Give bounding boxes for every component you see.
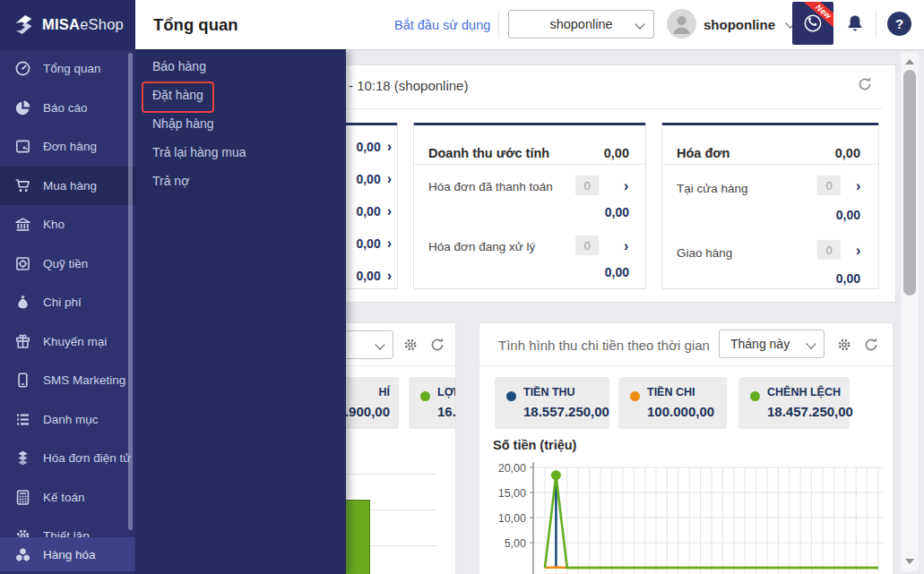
legend-value: 18.457.250,00 xyxy=(767,404,853,419)
count-badge[interactable]: 0 xyxy=(575,236,599,255)
sidebar-scrollbar[interactable] xyxy=(128,53,133,530)
help-button[interactable]: ? xyxy=(887,12,911,36)
scroll-down-arrow[interactable] xyxy=(905,559,914,564)
shop-selector[interactable]: shoponline xyxy=(508,10,654,39)
row-amount: 0,00 xyxy=(836,271,860,286)
submenu-item-bao-hang[interactable]: Báo hàng xyxy=(135,52,346,81)
row-label: Giao hàng xyxy=(677,246,732,260)
gear-icon[interactable] xyxy=(402,337,419,353)
line-chart: 20,0015,0010,005,00 xyxy=(488,459,887,574)
sidebar-item-label: Hàng hóa xyxy=(43,548,96,561)
summary-value: 0,00 xyxy=(356,204,380,218)
legend-label: HÍ xyxy=(379,386,391,398)
chevron-down-icon xyxy=(806,338,816,348)
legend-chip-loi-nhuan: LỢI N 16.4 xyxy=(409,377,456,429)
svg-text:20,00: 20,00 xyxy=(498,462,526,475)
sidebar-item-mua-hang[interactable]: Mua hàng xyxy=(0,167,135,206)
row-amount: 0,00 xyxy=(605,265,629,279)
legend-label: TIỀN THU xyxy=(523,386,575,398)
sidebar-item-kho[interactable]: Kho xyxy=(0,205,135,244)
sidebar-item-hoa-don-dien-tu[interactable]: Hóa đơn điện tử xyxy=(0,439,135,478)
chevron-right-icon[interactable] xyxy=(624,239,628,253)
legend-label: TIỀN CHI xyxy=(647,386,695,398)
sidebar-item-label: Kho xyxy=(43,218,65,231)
pie-chart-icon xyxy=(13,99,31,116)
count-badge[interactable]: 0 xyxy=(575,176,599,195)
summary-value: 0,00 xyxy=(356,269,380,283)
chevron-right-icon[interactable] xyxy=(856,179,860,193)
chevron-right-icon[interactable] xyxy=(624,179,628,193)
warehouse-icon xyxy=(13,216,31,233)
submenu-item-label: Nhập hàng xyxy=(152,116,214,131)
submenu-item-label: Báo hàng xyxy=(152,59,206,73)
sidebar-item-label: Hóa đơn điện tử xyxy=(43,451,131,465)
submenu-item-tra-no[interactable]: Trả nợ xyxy=(135,167,346,195)
main-scrollbar[interactable] xyxy=(901,52,919,571)
estimated-revenue-card: Doanh thu ước tính 0,00 Hóa đơn đã thanh… xyxy=(413,123,646,289)
submenu-item-label: Trả lại hàng mua xyxy=(152,145,246,159)
user-menu[interactable]: shoponline xyxy=(704,0,794,49)
sidebar-item-danh-muc[interactable]: Danh mục xyxy=(0,400,135,440)
row-label: Hóa đơn đang xử lý xyxy=(428,240,535,253)
period-value: Tháng này xyxy=(730,337,790,351)
invoice-card: Hóa đơn 0,00 Tại cửa hàng 0 0,00 Giao hà… xyxy=(661,123,879,289)
legend-value: .900,00 xyxy=(345,404,390,419)
logo-text-bold: MISA xyxy=(42,16,80,32)
e-invoice-icon xyxy=(13,450,31,467)
sidebar-item-label: Quỹ tiền xyxy=(43,257,88,270)
scroll-up-arrow[interactable] xyxy=(905,59,914,64)
sidebar-item-label: Kế toán xyxy=(43,491,85,504)
svg-text:15,00: 15,00 xyxy=(498,487,526,500)
submenu-item-nhap-hang[interactable]: Nhập hàng xyxy=(135,109,346,138)
mua-hang-submenu: Báo hàng Đặt hàng Nhập hàng Trả lại hàng… xyxy=(135,49,346,574)
timestamp-label: - 10:18 (shoponline) xyxy=(349,78,468,93)
logo-text-light: eShop xyxy=(80,16,124,32)
row-label: Tại cửa hàng xyxy=(677,182,748,195)
chevron-down-icon xyxy=(635,19,644,29)
refresh-icon[interactable] xyxy=(857,76,873,92)
submenu-item-dat-hang[interactable]: Đặt hàng xyxy=(135,81,346,109)
legend-dot xyxy=(420,391,430,401)
sidebar-item-label: Khuyến mại xyxy=(43,335,107,348)
legend-value: 18.557.250,00 xyxy=(523,404,609,419)
safe-icon xyxy=(13,255,31,272)
svg-text:10,00: 10,00 xyxy=(498,512,526,525)
logo[interactable]: MISAeShop xyxy=(0,0,135,49)
sidebar-item-bao-cao[interactable]: Báo cáo xyxy=(0,89,135,128)
count-badge[interactable]: 0 xyxy=(817,176,841,195)
chevron-right-icon xyxy=(387,139,392,155)
chevron-right-icon[interactable] xyxy=(856,244,860,258)
notifications-button[interactable] xyxy=(844,13,866,35)
divider xyxy=(662,164,878,165)
gear-icon[interactable] xyxy=(836,337,852,353)
refresh-icon[interactable] xyxy=(429,337,445,353)
divider xyxy=(414,164,645,165)
support-phone-button[interactable]: New xyxy=(792,2,833,45)
period-dropdown[interactable]: Tháng này xyxy=(719,330,825,358)
sidebar-item-label: Tổng quan xyxy=(43,62,101,75)
sidebar-item-tong-quan[interactable]: Tổng quan xyxy=(0,49,135,89)
sidebar-item-hang-hoa[interactable]: Hàng hóa xyxy=(0,537,149,571)
chevron-right-icon xyxy=(387,236,392,252)
start-using-link[interactable]: Bắt đầu sử dụng xyxy=(394,0,490,49)
count-badge[interactable]: 0 xyxy=(817,240,841,260)
sidebar-item-khuyen-mai[interactable]: Khuyến mại xyxy=(0,322,135,362)
legend-dot xyxy=(750,391,760,401)
submenu-item-tra-lai-hang-mua[interactable]: Trả lại hàng mua xyxy=(135,138,346,167)
legend-dot xyxy=(630,391,640,401)
sidebar-item-quy-tien[interactable]: Quỹ tiền xyxy=(0,244,135,284)
refresh-icon[interactable] xyxy=(863,337,879,353)
top-header: MISAeShop Tổng quan Bắt đầu sử dụng shop… xyxy=(0,0,924,49)
sidebar-item-ke-toan[interactable]: Kế toán xyxy=(0,478,135,518)
sidebar-item-don-hang[interactable]: Đơn hàng xyxy=(0,127,135,167)
sidebar-item-chi-phi[interactable]: Chi phí xyxy=(0,283,135,322)
legend-dot xyxy=(506,391,516,401)
scrollbar-thumb[interactable] xyxy=(903,70,916,296)
sidebar-item-label: Mua hàng xyxy=(43,179,97,193)
user-name: shoponline xyxy=(704,17,775,32)
legend-chip-tien-chi: TIỀN CHI 100.000,00 xyxy=(618,377,727,429)
row-amount: 0,00 xyxy=(605,205,629,219)
avatar[interactable] xyxy=(667,9,696,39)
sidebar-item-sms-marketing[interactable]: SMS Marketing xyxy=(0,361,135,400)
legend-chip-tien-thu: TIỀN THU 18.557.250,00 xyxy=(495,377,609,429)
